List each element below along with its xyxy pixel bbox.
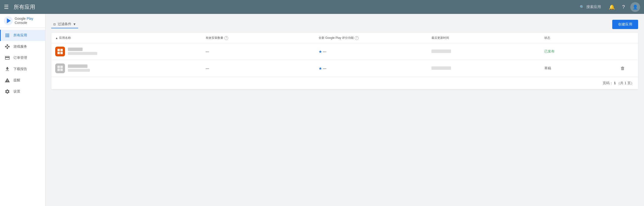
table-row[interactable]: — ★ — 已发布 bbox=[51, 43, 638, 60]
page-title: 所有应用 bbox=[14, 3, 578, 11]
app-id-1 bbox=[68, 52, 97, 55]
download-reports-icon bbox=[5, 66, 10, 72]
filter-button[interactable]: ⧈ 过滤条件 ▼ bbox=[51, 20, 78, 28]
help-icon: ? bbox=[622, 4, 625, 10]
table-header: ▲ 应用名称 有效安装数量 ? 全新 Google Play 评分功能 ? 最后… bbox=[51, 33, 638, 43]
column-header-installs: 有效安装数量 ? bbox=[206, 36, 318, 40]
star-icon-1: ★ bbox=[318, 49, 322, 54]
help-button[interactable]: ? bbox=[618, 2, 628, 12]
sort-arrow-icon: ▲ bbox=[55, 36, 58, 40]
status-2: 草稿 bbox=[544, 66, 620, 70]
installs-help-icon[interactable]: ? bbox=[224, 36, 228, 40]
rating-1: ★ — bbox=[318, 49, 432, 54]
search-label: 搜索应用 bbox=[586, 5, 601, 9]
sidebar-logo: Google Play Console bbox=[0, 14, 45, 28]
installs-1: — bbox=[206, 49, 318, 53]
search-icon: 🔍 bbox=[580, 5, 584, 9]
filter-icon: ⧈ bbox=[53, 22, 56, 26]
bell-icon: 🔔 bbox=[609, 4, 615, 10]
hamburger-button[interactable]: ☰ bbox=[4, 4, 9, 10]
column-header-last-updated: 最后更新时间 bbox=[432, 36, 544, 40]
rating-help-icon[interactable]: ? bbox=[355, 36, 359, 40]
sidebar-label-game-services: 游戏服务 bbox=[14, 44, 27, 49]
last-updated-2 bbox=[432, 66, 544, 70]
app-id-2 bbox=[68, 69, 90, 72]
app-cell-2 bbox=[55, 63, 206, 73]
main-layout: Google Play Console 所有应用 游戏服务 bbox=[0, 14, 644, 206]
account-button[interactable]: 👤 bbox=[630, 2, 640, 12]
settings-icon bbox=[5, 89, 10, 94]
order-management-icon bbox=[5, 55, 10, 60]
sidebar-item-alerts[interactable]: 提醒 bbox=[0, 75, 45, 86]
sidebar-item-download-reports[interactable]: 下载报告 bbox=[0, 63, 45, 75]
sidebar-item-all-apps[interactable]: 所有应用 bbox=[0, 30, 45, 41]
logo-text: Google Play Console bbox=[15, 16, 33, 25]
status-1: 已发布 bbox=[544, 49, 620, 54]
search-button[interactable]: 🔍 搜索应用 bbox=[578, 5, 601, 9]
play-store-logo-icon bbox=[4, 16, 13, 25]
main-content: ⧈ 过滤条件 ▼ 创建应用 ▲ 应用名称 有效安装数量 ? 全新 Google … bbox=[46, 14, 644, 206]
sidebar-label-all-apps: 所有应用 bbox=[14, 33, 27, 38]
app-name-2 bbox=[68, 64, 90, 68]
sidebar-item-game-services[interactable]: 游戏服务 bbox=[0, 41, 45, 52]
create-app-button[interactable]: 创建应用 bbox=[612, 20, 638, 29]
sidebar-label-order-management: 订单管理 bbox=[14, 56, 27, 60]
app-icon-2 bbox=[55, 63, 65, 73]
app-cell-1 bbox=[55, 47, 206, 56]
column-header-rating: 全新 Google Play 评分功能 ? bbox=[318, 36, 432, 40]
top-header: ☰ 所有应用 🔍 搜索应用 🔔 ? 👤 bbox=[0, 0, 644, 14]
pagination-current: 1 bbox=[614, 81, 616, 85]
sidebar-label-alerts: 提醒 bbox=[14, 78, 20, 82]
app-name-1 bbox=[68, 48, 97, 51]
sidebar-label-settings: 设置 bbox=[14, 89, 20, 94]
sidebar: Google Play Console 所有应用 游戏服务 bbox=[0, 14, 46, 206]
column-header-app-name: ▲ 应用名称 bbox=[55, 36, 206, 40]
header-icons: 🔔 ? 👤 bbox=[607, 2, 640, 12]
apps-table: ▲ 应用名称 有效安装数量 ? 全新 Google Play 评分功能 ? 最后… bbox=[51, 33, 638, 89]
game-services-icon bbox=[5, 44, 10, 49]
rating-2: ★ — bbox=[318, 66, 432, 71]
app-name-block-1 bbox=[68, 48, 97, 55]
account-icon: 👤 bbox=[632, 4, 638, 10]
column-header-status: 状态 bbox=[544, 36, 620, 40]
filter-chevron-icon: ▼ bbox=[73, 22, 76, 26]
filter-bar: ⧈ 过滤条件 ▼ 创建应用 bbox=[51, 20, 638, 29]
sidebar-item-settings[interactable]: 设置 bbox=[0, 86, 45, 97]
last-updated-1 bbox=[432, 49, 544, 53]
delete-button-row2[interactable]: 🗑 bbox=[620, 65, 626, 72]
filter-label: 过滤条件 bbox=[58, 22, 71, 26]
sidebar-nav: 所有应用 游戏服务 订单管理 下载报告 bbox=[0, 28, 45, 97]
app-name-block-2 bbox=[68, 64, 90, 72]
notifications-button[interactable]: 🔔 bbox=[607, 2, 617, 12]
star-icon-2: ★ bbox=[318, 66, 322, 71]
sidebar-item-order-management[interactable]: 订单管理 bbox=[0, 52, 45, 63]
sidebar-label-download-reports: 下载报告 bbox=[14, 67, 27, 71]
actions-2: 🗑 bbox=[620, 65, 634, 72]
table-row[interactable]: — ★ — 草稿 🗑 bbox=[51, 60, 638, 77]
installs-2: — bbox=[206, 66, 318, 70]
pagination-total: （共 1 页） bbox=[617, 81, 634, 85]
all-apps-icon bbox=[5, 33, 10, 38]
pagination-label: 页码： bbox=[603, 81, 613, 85]
app-icon-1 bbox=[55, 47, 65, 56]
pagination: 页码： 1 （共 1 页） bbox=[51, 77, 638, 89]
alerts-icon bbox=[5, 78, 10, 83]
